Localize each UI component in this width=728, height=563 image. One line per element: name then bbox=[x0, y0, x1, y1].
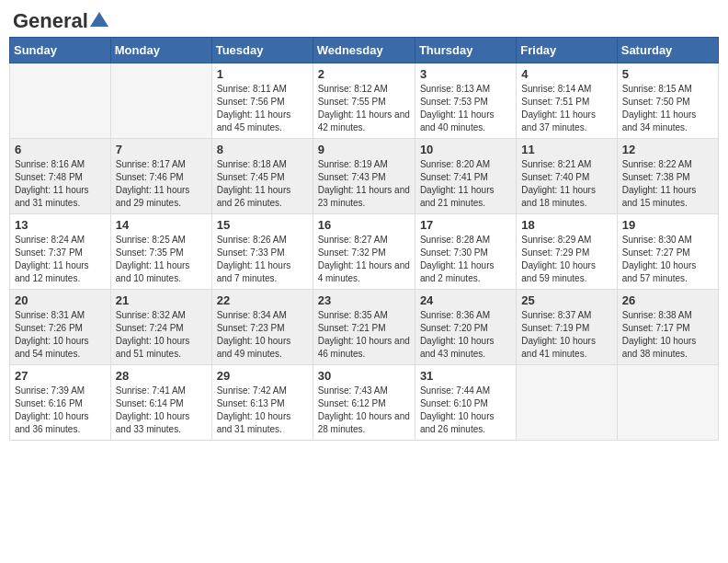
logo-general: General bbox=[13, 9, 88, 33]
calendar-cell: 25Sunrise: 8:37 AMSunset: 7:19 PMDayligh… bbox=[517, 290, 617, 365]
logo-icon bbox=[90, 12, 108, 27]
day-number: 31 bbox=[420, 369, 511, 383]
calendar-cell bbox=[10, 63, 111, 139]
day-info: Sunrise: 7:43 AMSunset: 6:12 PMDaylight:… bbox=[318, 385, 410, 436]
day-number: 26 bbox=[622, 293, 713, 307]
weekday-header-sunday: Sunday bbox=[10, 38, 111, 63]
day-info: Sunrise: 7:44 AMSunset: 6:10 PMDaylight:… bbox=[420, 385, 511, 436]
calendar-cell: 10Sunrise: 8:20 AMSunset: 7:41 PMDayligh… bbox=[415, 139, 516, 214]
calendar-cell: 6Sunrise: 8:16 AMSunset: 7:48 PMDaylight… bbox=[10, 139, 111, 214]
day-number: 2 bbox=[318, 67, 410, 81]
day-number: 12 bbox=[622, 143, 713, 156]
day-info: Sunrise: 8:29 AMSunset: 7:29 PMDaylight:… bbox=[521, 234, 611, 285]
day-info: Sunrise: 8:37 AMSunset: 7:19 PMDaylight:… bbox=[521, 309, 611, 361]
calendar-week-2: 6Sunrise: 8:16 AMSunset: 7:48 PMDaylight… bbox=[10, 139, 719, 214]
calendar-week-1: 1Sunrise: 8:11 AMSunset: 7:56 PMDaylight… bbox=[10, 63, 719, 139]
day-number: 18 bbox=[521, 218, 611, 232]
svg-marker-0 bbox=[90, 12, 108, 27]
calendar-cell: 30Sunrise: 7:43 AMSunset: 6:12 PMDayligh… bbox=[313, 365, 415, 441]
day-number: 19 bbox=[622, 218, 713, 232]
calendar-cell: 1Sunrise: 8:11 AMSunset: 7:56 PMDaylight… bbox=[211, 63, 313, 139]
calendar-cell: 9Sunrise: 8:19 AMSunset: 7:43 PMDaylight… bbox=[313, 139, 415, 214]
day-number: 30 bbox=[318, 369, 410, 383]
weekday-header-thursday: Thursday bbox=[415, 38, 516, 63]
calendar-cell: 19Sunrise: 8:30 AMSunset: 7:27 PMDayligh… bbox=[617, 214, 718, 290]
calendar-cell bbox=[517, 365, 617, 441]
day-info: Sunrise: 8:18 AMSunset: 7:45 PMDaylight:… bbox=[217, 158, 308, 210]
page-header: General bbox=[9, 9, 719, 29]
calendar-cell bbox=[110, 63, 211, 139]
day-number: 27 bbox=[15, 369, 106, 383]
calendar-cell: 2Sunrise: 8:12 AMSunset: 7:55 PMDaylight… bbox=[313, 63, 415, 139]
calendar-header-row: SundayMondayTuesdayWednesdayThursdayFrid… bbox=[10, 38, 719, 63]
calendar-table: SundayMondayTuesdayWednesdayThursdayFrid… bbox=[9, 37, 719, 441]
day-number: 9 bbox=[318, 143, 410, 156]
logo: General bbox=[13, 9, 108, 29]
day-info: Sunrise: 8:19 AMSunset: 7:43 PMDaylight:… bbox=[318, 158, 410, 210]
weekday-header-wednesday: Wednesday bbox=[313, 38, 415, 63]
day-info: Sunrise: 8:30 AMSunset: 7:27 PMDaylight:… bbox=[622, 234, 713, 285]
day-info: Sunrise: 8:32 AMSunset: 7:24 PMDaylight:… bbox=[116, 309, 207, 361]
day-number: 16 bbox=[318, 218, 410, 232]
day-info: Sunrise: 8:12 AMSunset: 7:55 PMDaylight:… bbox=[318, 83, 410, 134]
calendar-cell: 15Sunrise: 8:26 AMSunset: 7:33 PMDayligh… bbox=[211, 214, 313, 290]
calendar-cell: 12Sunrise: 8:22 AMSunset: 7:38 PMDayligh… bbox=[617, 139, 718, 214]
day-number: 8 bbox=[217, 143, 308, 156]
day-number: 4 bbox=[521, 67, 611, 81]
day-number: 28 bbox=[116, 369, 207, 383]
calendar-cell: 27Sunrise: 7:39 AMSunset: 6:16 PMDayligh… bbox=[10, 365, 111, 441]
calendar-cell: 3Sunrise: 8:13 AMSunset: 7:53 PMDaylight… bbox=[415, 63, 516, 139]
day-number: 10 bbox=[420, 143, 511, 156]
calendar-cell: 20Sunrise: 8:31 AMSunset: 7:26 PMDayligh… bbox=[10, 290, 111, 365]
calendar-cell: 18Sunrise: 8:29 AMSunset: 7:29 PMDayligh… bbox=[517, 214, 617, 290]
day-info: Sunrise: 8:28 AMSunset: 7:30 PMDaylight:… bbox=[420, 234, 511, 285]
day-number: 14 bbox=[116, 218, 207, 232]
day-info: Sunrise: 8:22 AMSunset: 7:38 PMDaylight:… bbox=[622, 158, 713, 210]
day-number: 24 bbox=[420, 293, 511, 307]
day-info: Sunrise: 7:41 AMSunset: 6:14 PMDaylight:… bbox=[116, 385, 207, 436]
weekday-header-friday: Friday bbox=[517, 38, 617, 63]
day-number: 22 bbox=[217, 293, 308, 307]
calendar-cell: 8Sunrise: 8:18 AMSunset: 7:45 PMDaylight… bbox=[211, 139, 313, 214]
day-info: Sunrise: 8:35 AMSunset: 7:21 PMDaylight:… bbox=[318, 309, 410, 361]
day-number: 5 bbox=[622, 67, 713, 81]
day-number: 1 bbox=[217, 67, 308, 81]
day-info: Sunrise: 8:27 AMSunset: 7:32 PMDaylight:… bbox=[318, 234, 410, 285]
calendar-cell: 31Sunrise: 7:44 AMSunset: 6:10 PMDayligh… bbox=[415, 365, 516, 441]
calendar-cell: 11Sunrise: 8:21 AMSunset: 7:40 PMDayligh… bbox=[517, 139, 617, 214]
day-info: Sunrise: 8:15 AMSunset: 7:50 PMDaylight:… bbox=[622, 83, 713, 134]
weekday-header-tuesday: Tuesday bbox=[211, 38, 313, 63]
calendar-week-4: 20Sunrise: 8:31 AMSunset: 7:26 PMDayligh… bbox=[10, 290, 719, 365]
calendar-cell: 21Sunrise: 8:32 AMSunset: 7:24 PMDayligh… bbox=[110, 290, 211, 365]
day-info: Sunrise: 8:38 AMSunset: 7:17 PMDaylight:… bbox=[622, 309, 713, 361]
calendar-cell: 5Sunrise: 8:15 AMSunset: 7:50 PMDaylight… bbox=[617, 63, 718, 139]
day-number: 20 bbox=[15, 293, 106, 307]
day-info: Sunrise: 8:34 AMSunset: 7:23 PMDaylight:… bbox=[217, 309, 308, 361]
day-info: Sunrise: 7:39 AMSunset: 6:16 PMDaylight:… bbox=[15, 385, 106, 436]
day-number: 11 bbox=[521, 143, 611, 156]
calendar-cell: 17Sunrise: 8:28 AMSunset: 7:30 PMDayligh… bbox=[415, 214, 516, 290]
day-info: Sunrise: 8:14 AMSunset: 7:51 PMDaylight:… bbox=[521, 83, 611, 134]
day-info: Sunrise: 8:16 AMSunset: 7:48 PMDaylight:… bbox=[15, 158, 106, 210]
day-info: Sunrise: 8:24 AMSunset: 7:37 PMDaylight:… bbox=[15, 234, 106, 285]
calendar-cell: 4Sunrise: 8:14 AMSunset: 7:51 PMDaylight… bbox=[517, 63, 617, 139]
day-number: 21 bbox=[116, 293, 207, 307]
calendar-cell: 22Sunrise: 8:34 AMSunset: 7:23 PMDayligh… bbox=[211, 290, 313, 365]
day-number: 15 bbox=[217, 218, 308, 232]
calendar-cell: 28Sunrise: 7:41 AMSunset: 6:14 PMDayligh… bbox=[110, 365, 211, 441]
weekday-header-saturday: Saturday bbox=[617, 38, 718, 63]
calendar-cell: 13Sunrise: 8:24 AMSunset: 7:37 PMDayligh… bbox=[10, 214, 111, 290]
day-number: 13 bbox=[15, 218, 106, 232]
calendar-week-3: 13Sunrise: 8:24 AMSunset: 7:37 PMDayligh… bbox=[10, 214, 719, 290]
day-info: Sunrise: 8:13 AMSunset: 7:53 PMDaylight:… bbox=[420, 83, 511, 134]
calendar-cell: 16Sunrise: 8:27 AMSunset: 7:32 PMDayligh… bbox=[313, 214, 415, 290]
day-number: 6 bbox=[15, 143, 106, 156]
day-info: Sunrise: 8:25 AMSunset: 7:35 PMDaylight:… bbox=[116, 234, 207, 285]
day-number: 3 bbox=[420, 67, 511, 81]
day-info: Sunrise: 8:26 AMSunset: 7:33 PMDaylight:… bbox=[217, 234, 308, 285]
day-info: Sunrise: 8:36 AMSunset: 7:20 PMDaylight:… bbox=[420, 309, 511, 361]
calendar-cell: 7Sunrise: 8:17 AMSunset: 7:46 PMDaylight… bbox=[110, 139, 211, 214]
weekday-header-monday: Monday bbox=[110, 38, 211, 63]
day-info: Sunrise: 8:31 AMSunset: 7:26 PMDaylight:… bbox=[15, 309, 106, 361]
day-number: 17 bbox=[420, 218, 511, 232]
